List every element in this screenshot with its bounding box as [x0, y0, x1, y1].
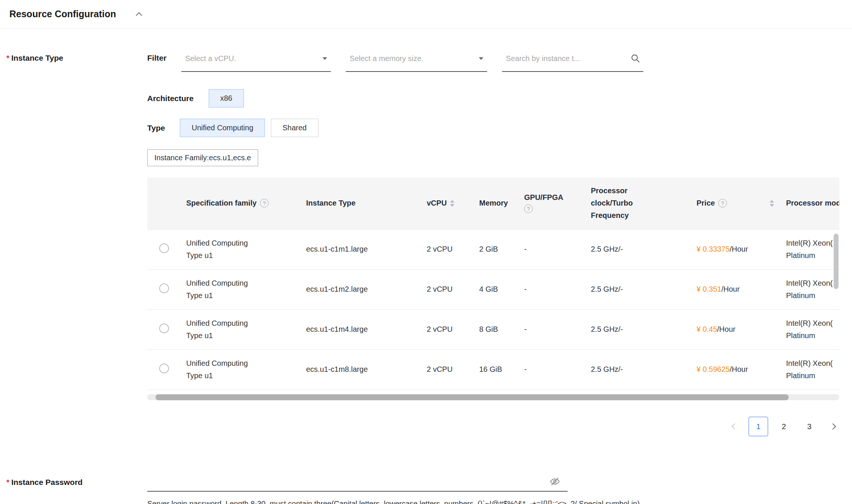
type-label: Type — [147, 122, 165, 134]
table-row[interactable]: Unified Computing Type u1 ecs.u1-c1m4.la… — [147, 309, 839, 349]
processor-model-cell: Intel(R) Xeon( Platinum — [781, 229, 839, 269]
table-row[interactable]: Unified Computing Type u1 ecs.u1-c1m8.la… — [147, 349, 839, 389]
instance-radio[interactable] — [159, 283, 169, 293]
processor-clock-cell: 2.5 GHz/- — [586, 309, 691, 349]
required-asterisk: * — [6, 478, 9, 486]
memory-cell: 16 GiB — [474, 349, 519, 389]
vertical-scrollbar-thumb[interactable] — [834, 234, 839, 289]
page-number-button[interactable]: 3 — [800, 417, 819, 436]
chevron-down-icon — [479, 57, 483, 60]
eye-slash-icon[interactable] — [550, 476, 560, 487]
processor-clock-cell: 2.5 GHz/- — [586, 269, 691, 309]
vcpu-cell: 2 vCPU — [422, 309, 474, 349]
price-cell: ¥0.59625/Hour — [691, 349, 781, 389]
filter-row: Filter Select a vCPU. Select a memory si… — [147, 52, 839, 72]
chevron-down-icon — [323, 57, 327, 60]
vcpu-cell: 2 vCPU — [422, 229, 474, 269]
instance-family-tag[interactable]: Instance Family:ecs.u1,ecs.e — [147, 149, 258, 166]
column-instance-type: Instance Type — [301, 177, 422, 229]
processor-model-cell: Intel(R) Xeon( Platinum — [781, 269, 839, 309]
processor-clock-cell: 2.5 GHz/- — [586, 349, 691, 389]
search-icon[interactable] — [630, 53, 640, 63]
spec-family-cell: Unified Computing Type u1 — [186, 277, 265, 302]
instance-type-cell: ecs.u1-c1m4.large — [301, 309, 422, 349]
memory-cell: 8 GiB — [474, 309, 519, 349]
column-processor-clock: Processor clock/Turbo Frequency — [586, 177, 691, 229]
price-cell: ¥0.45/Hour — [691, 309, 781, 349]
table-row[interactable]: Unified Computing Type u1 ecs.u1-c1m2.la… — [147, 269, 839, 309]
instance-table-wrap: Specification family Instance Type vCPU — [147, 177, 839, 400]
instance-radio[interactable] — [159, 324, 169, 333]
instance-radio[interactable] — [159, 364, 169, 373]
instance-type-label: *Instance Type — [0, 52, 147, 64]
help-icon[interactable] — [524, 204, 533, 213]
instance-type-section: *Instance Type Filter Select a vCPU. Sel… — [0, 52, 852, 436]
type-option-shared[interactable]: Shared — [271, 119, 318, 137]
architecture-option-x86[interactable]: x86 — [209, 89, 244, 107]
section-header: Resource Configuration — [0, 0, 852, 28]
memory-cell: 2 GiB — [474, 229, 519, 269]
password-field — [147, 474, 568, 492]
column-price: Price — [691, 177, 781, 229]
instance-password-content: Server login password, Length 8-30, must… — [147, 474, 640, 504]
column-memory: Memory — [474, 177, 519, 229]
password-hint: Server login password, Length 8-30, must… — [147, 498, 640, 504]
spec-family-cell: Unified Computing Type u1 — [186, 237, 265, 262]
table-header-row: Specification family Instance Type vCPU — [147, 177, 839, 229]
architecture-row: Architecture x86 — [147, 89, 839, 107]
gpu-fpga-cell: - — [519, 309, 586, 349]
sort-icon-vcpu[interactable] — [450, 200, 454, 207]
instance-password-section: *Instance Password Server login password… — [0, 474, 852, 504]
spec-family-cell: Unified Computing Type u1 — [186, 357, 265, 382]
instance-table: Specification family Instance Type vCPU — [147, 177, 839, 390]
type-row: Type Unified Computing Shared — [147, 119, 839, 137]
memory-select-placeholder: Select a memory size. — [350, 53, 423, 64]
gpu-fpga-cell: - — [519, 229, 586, 269]
price-cell: ¥0.351/Hour — [691, 269, 781, 309]
help-icon[interactable] — [718, 199, 727, 207]
instance-type-cell: ecs.u1-c1m8.large — [301, 349, 422, 389]
column-processor-model: Processor mode — [781, 177, 839, 229]
memory-select[interactable]: Select a memory size. — [346, 52, 487, 72]
horizontal-scrollbar — [147, 394, 839, 400]
gpu-fpga-cell: - — [519, 269, 586, 309]
table-row[interactable]: Unified Computing Type u1 ecs.u1-c1m1.la… — [147, 229, 839, 269]
memory-cell: 4 GiB — [474, 269, 519, 309]
help-icon[interactable] — [260, 199, 269, 207]
price-cell: ¥0.33375/Hour — [691, 229, 781, 269]
pagination-next-button[interactable] — [827, 420, 839, 433]
column-gpu-fpga: GPU/FPGA — [519, 177, 586, 229]
sort-icon-price[interactable] — [770, 200, 774, 207]
column-vcpu: vCPU — [422, 177, 474, 229]
vcpu-cell: 2 vCPU — [422, 269, 474, 309]
instance-search-box — [502, 52, 643, 72]
gpu-fpga-cell: - — [519, 349, 586, 389]
instance-type-cell: ecs.u1-c1m2.large — [301, 269, 422, 309]
pagination-pages: 1 2 3 — [749, 417, 819, 436]
vcpu-select[interactable]: Select a vCPU. — [181, 52, 331, 72]
password-input[interactable] — [151, 477, 550, 486]
type-option-unified-computing[interactable]: Unified Computing — [180, 119, 265, 137]
page-number-button[interactable]: 2 — [774, 417, 794, 436]
horizontal-scrollbar-thumb[interactable] — [155, 394, 789, 400]
vcpu-cell: 2 vCPU — [422, 349, 474, 389]
pagination: 1 2 3 — [147, 417, 839, 436]
processor-clock-cell: 2.5 GHz/- — [586, 229, 691, 269]
page-title: Resource Configuration — [9, 9, 116, 19]
vcpu-select-placeholder: Select a vCPU. — [185, 53, 236, 64]
processor-model-cell: Intel(R) Xeon( Platinum — [781, 349, 839, 389]
instance-radio[interactable] — [159, 243, 169, 253]
instance-search-input[interactable] — [506, 53, 630, 64]
collapse-chevron-icon[interactable] — [136, 12, 142, 18]
spec-family-cell: Unified Computing Type u1 — [186, 317, 265, 342]
column-radio — [147, 177, 181, 229]
architecture-label: Architecture — [147, 93, 194, 104]
instance-table-body: Unified Computing Type u1 ecs.u1-c1m1.la… — [147, 229, 839, 389]
pagination-prev-button[interactable] — [728, 420, 741, 433]
filter-label: Filter — [147, 52, 166, 64]
required-asterisk: * — [6, 54, 9, 62]
processor-model-cell: Intel(R) Xeon( Platinum — [781, 309, 839, 349]
page-number-button[interactable]: 1 — [749, 417, 768, 436]
instance-password-label: *Instance Password — [0, 474, 147, 488]
instance-type-content: Filter Select a vCPU. Select a memory si… — [147, 52, 839, 436]
